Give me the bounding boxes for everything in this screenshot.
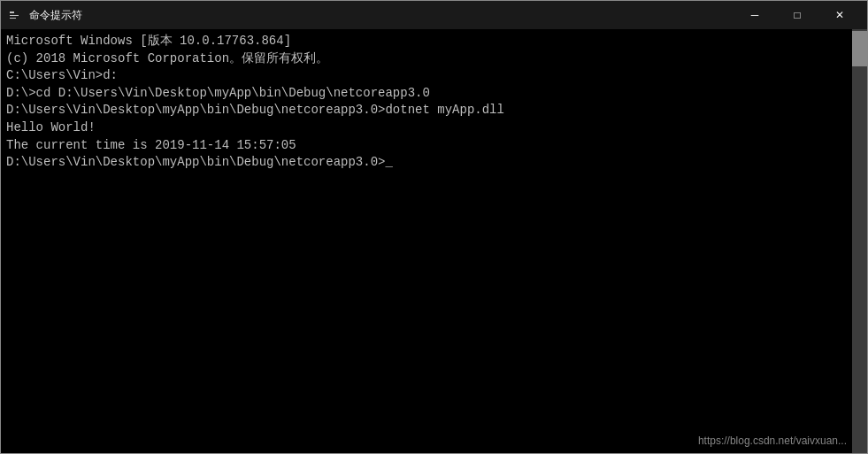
terminal-line: (c) 2018 Microsoft Corporation。保留所有权利。	[6, 50, 847, 68]
svg-rect-1	[10, 12, 14, 13]
titlebar-controls: ─ □ ✕	[734, 1, 860, 29]
cmd-window: 命令提示符 ─ □ ✕ Microsoft Windows [版本 10.0.1…	[0, 0, 868, 454]
maximize-button[interactable]: □	[777, 1, 818, 29]
close-button[interactable]: ✕	[819, 1, 860, 29]
minimize-button[interactable]: ─	[734, 1, 775, 29]
titlebar: 命令提示符 ─ □ ✕	[1, 1, 867, 29]
terminal-line: D:\Users\Vin\Desktop\myApp\bin\Debug\net…	[6, 154, 847, 172]
content-area: Microsoft Windows [版本 10.0.17763.864](c)…	[1, 29, 867, 453]
window-title: 命令提示符	[29, 8, 82, 23]
svg-rect-3	[10, 18, 16, 19]
svg-rect-2	[10, 15, 19, 16]
terminal-line: The current time is 2019-11-14 15:57:05	[6, 137, 847, 155]
terminal-line: Microsoft Windows [版本 10.0.17763.864]	[6, 33, 847, 50]
terminal-line: C:\Users\Vin>d:	[6, 67, 847, 85]
scrollbar-thumb[interactable]	[852, 31, 867, 66]
titlebar-left: 命令提示符	[8, 8, 82, 23]
watermark: https://blog.csdn.net/vaivxuan...	[698, 435, 847, 447]
terminal-line: D:\Users\Vin\Desktop\myApp\bin\Debug\net…	[6, 102, 847, 119]
scrollbar[interactable]	[852, 29, 867, 453]
terminal-output[interactable]: Microsoft Windows [版本 10.0.17763.864](c)…	[1, 29, 852, 453]
terminal-line: D:\>cd D:\Users\Vin\Desktop\myApp\bin\De…	[6, 85, 847, 103]
cmd-icon	[8, 8, 22, 22]
terminal-line: Hello World!	[6, 119, 847, 137]
